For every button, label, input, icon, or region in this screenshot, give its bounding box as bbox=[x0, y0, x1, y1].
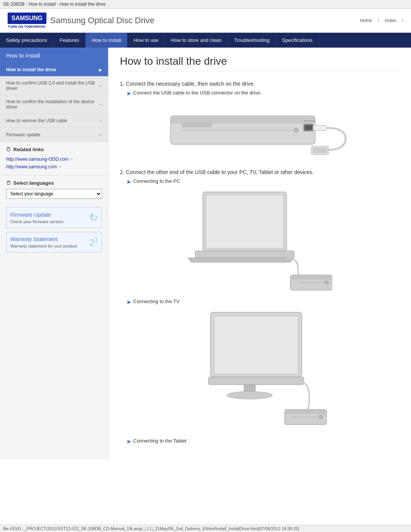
related-links-header: 🗒 Related links bbox=[6, 147, 102, 152]
nav-how-to-use[interactable]: How to use bbox=[127, 33, 165, 48]
drive-illustration bbox=[127, 101, 392, 161]
select-languages-title: Select languages bbox=[13, 180, 54, 186]
step-2: 2. Connect the other end of the USB cabl… bbox=[120, 169, 400, 444]
step-2-sub-tablet: ▶ Connecting to the Tablet bbox=[127, 438, 400, 444]
svg-point-27 bbox=[319, 415, 323, 419]
main-content: How to install the drive 1. Connect the … bbox=[108, 48, 411, 459]
step-2-sub-tv-arrow: ▶ bbox=[127, 299, 131, 305]
sidebar-item-confirm-usb-arrow: − bbox=[99, 83, 102, 89]
step-2-sub-tv-label: Connecting to the TV bbox=[133, 299, 180, 304]
nav-separator2: › bbox=[402, 18, 403, 23]
content: How to install How to install the drive … bbox=[0, 48, 411, 459]
svg-rect-5 bbox=[313, 125, 327, 131]
svg-rect-12 bbox=[206, 195, 284, 248]
svg-rect-7 bbox=[313, 148, 327, 153]
svg-rect-25 bbox=[285, 409, 327, 414]
sidebar-item-firmware-arrow: − bbox=[99, 132, 102, 138]
sidebar-item-confirm-install-arrow: − bbox=[99, 101, 102, 107]
nav-bar: Safety precautions Features How to insta… bbox=[0, 33, 411, 48]
firmware-promo-desc: Check your firmware version. bbox=[10, 219, 64, 224]
sidebar-item-install-drive[interactable]: How to install the drive ▶ bbox=[0, 63, 108, 77]
external-link-icon-1: ↗ bbox=[58, 165, 61, 169]
page-title: How to install the drive bbox=[120, 55, 400, 72]
language-select[interactable]: Select your language bbox=[6, 189, 102, 199]
svg-rect-16 bbox=[290, 275, 332, 280]
nav-features[interactable]: Features bbox=[54, 33, 86, 48]
step-2-sub-tablet-arrow: ▶ bbox=[127, 439, 131, 444]
step-2-sub-pc-label: Connecting to the PC bbox=[133, 178, 180, 184]
laptop-drive-illustration bbox=[127, 188, 392, 295]
samsung-logo-block: SAMSUNG TURN ON TOMORROW bbox=[8, 13, 46, 29]
svg-rect-2 bbox=[304, 120, 315, 121]
svg-marker-14 bbox=[188, 258, 294, 262]
step-2-sub-pc-arrow: ▶ bbox=[127, 179, 131, 184]
warranty-promo-desc: Warranty statement for your product bbox=[10, 244, 77, 248]
title-bar: SE-208DB : How to install - How to insta… bbox=[0, 0, 411, 9]
sidebar-item-install-drive-label: How to install the drive bbox=[6, 67, 56, 72]
warranty-promo-title: Warranty Statement bbox=[10, 236, 77, 242]
logo-tagline: TURN ON TOMORROW bbox=[8, 25, 46, 29]
step-2-text: 2. Connect the other end of the USB cabl… bbox=[120, 169, 400, 175]
firmware-promo-title: Firmware Update bbox=[10, 212, 64, 218]
home-link[interactable]: Home bbox=[360, 18, 372, 23]
firmware-promo-icon: ↻ bbox=[89, 211, 98, 224]
samsung-odd-link[interactable]: http://www.samsung-ODD.com ↗ bbox=[6, 155, 102, 163]
logo-area: SAMSUNG TURN ON TOMORROW Samsung Optical… bbox=[8, 13, 155, 29]
drive-usb-svg bbox=[159, 101, 361, 161]
svg-point-23 bbox=[227, 391, 272, 399]
svg-rect-9 bbox=[182, 123, 212, 127]
svg-point-18 bbox=[325, 281, 328, 284]
step-1: 1. Connect the necessary cable, then swi… bbox=[120, 81, 400, 161]
sidebar-title: How to install bbox=[0, 48, 108, 63]
sidebar-item-install-drive-arrow: ▶ bbox=[99, 68, 102, 72]
svg-rect-1 bbox=[170, 116, 315, 123]
index-link[interactable]: Index bbox=[385, 18, 396, 23]
related-links-icon: 🗒 bbox=[6, 147, 11, 152]
nav-troubleshooting[interactable]: Troubleshooting bbox=[228, 33, 276, 48]
step-2-sub-pc: ▶ Connecting to the PC bbox=[127, 178, 400, 184]
warranty-promo-content: Warranty Statement Warranty statement fo… bbox=[10, 236, 77, 248]
svg-rect-4 bbox=[305, 125, 312, 130]
external-link-icon-0: ↗ bbox=[70, 157, 73, 161]
related-links-title: Related links bbox=[13, 147, 44, 152]
tv-drive-svg bbox=[188, 308, 332, 434]
header: SAMSUNG TURN ON TOMORROW Samsung Optical… bbox=[0, 9, 411, 33]
sidebar-item-confirm-install[interactable]: How to confirm the installation of the d… bbox=[0, 95, 108, 114]
firmware-promo-box[interactable]: Firmware Update Check your firmware vers… bbox=[6, 207, 102, 228]
product-name: Samsung Optical Disc Drive bbox=[50, 16, 155, 26]
svg-rect-20 bbox=[214, 316, 298, 374]
sidebar-item-firmware-label: Firmware update bbox=[6, 132, 40, 137]
sidebar: How to install How to install the drive … bbox=[0, 48, 108, 459]
sidebar-item-confirm-install-label: How to confirm the installation of the d… bbox=[6, 99, 99, 110]
svg-rect-13 bbox=[195, 251, 294, 258]
step-2-sub-tablet-label: Connecting to the Tablet bbox=[133, 438, 186, 444]
nav-safety-precautions[interactable]: Safety precautions bbox=[0, 33, 54, 48]
header-nav: Home › Index › bbox=[360, 18, 403, 23]
step-1-number: 1. bbox=[120, 81, 124, 87]
samsung-com-link[interactable]: http://www.samsung.com ↗ bbox=[6, 163, 102, 171]
svg-rect-21 bbox=[209, 377, 304, 385]
sidebar-item-firmware[interactable]: Firmware update − bbox=[0, 128, 108, 142]
step-2-number: 2. bbox=[120, 169, 124, 175]
sidebar-item-remove-usb-arrow: − bbox=[99, 118, 102, 124]
nav-how-to-store[interactable]: How to store and clean bbox=[165, 33, 228, 48]
step-2-desc: Connect the other end of the USB cable t… bbox=[126, 169, 314, 175]
svg-point-10 bbox=[294, 128, 298, 133]
sidebar-item-confirm-usb-label: How to confirm USB 2.0 and install the U… bbox=[6, 80, 99, 91]
step-1-sub-1-label: Connect the USB cable to the USB connect… bbox=[133, 90, 261, 96]
sidebar-item-remove-usb[interactable]: How to remove the USB cable − bbox=[0, 114, 108, 128]
nav-specifications[interactable]: Specifications bbox=[276, 33, 319, 48]
related-links: 🗒 Related links http://www.samsung-ODD.c… bbox=[0, 142, 108, 175]
samsung-logo: SAMSUNG bbox=[8, 13, 46, 24]
warranty-promo-box[interactable]: Warranty Statement Warranty statement fo… bbox=[6, 232, 102, 252]
tv-drive-illustration bbox=[127, 308, 392, 434]
nav-how-to-install[interactable]: How to install bbox=[86, 33, 127, 48]
nav-separator: › bbox=[378, 18, 379, 23]
firmware-promo-content: Firmware Update Check your firmware vers… bbox=[10, 212, 64, 224]
select-languages: 🗒 Select languages Select your language bbox=[0, 175, 108, 203]
step-1-text: 1. Connect the necessary cable, then swi… bbox=[120, 81, 400, 87]
sidebar-item-confirm-usb[interactable]: How to confirm USB 2.0 and install the U… bbox=[0, 77, 108, 95]
warranty-promo-icon: 23 bbox=[89, 237, 98, 248]
step-2-sub-tv: ▶ Connecting to the TV bbox=[127, 299, 400, 305]
step-1-sub-1-arrow: ▶ bbox=[127, 91, 131, 96]
